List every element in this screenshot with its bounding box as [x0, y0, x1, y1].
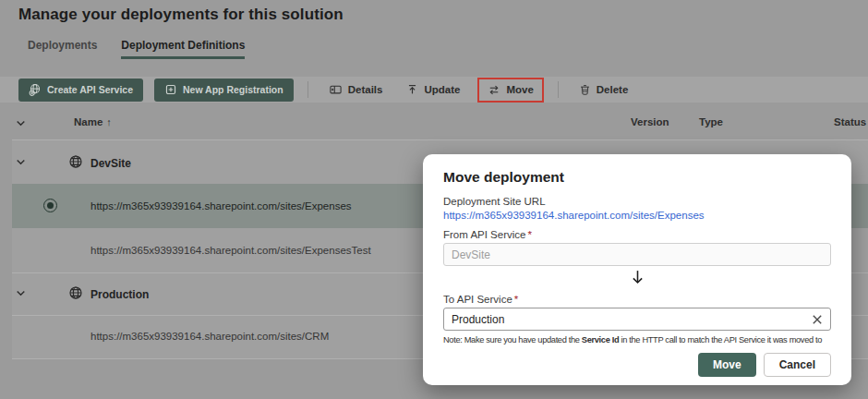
arrow-upload-icon — [406, 83, 418, 96]
manage-deployments-screen: Manage your deployments for this solutio… — [0, 0, 868, 399]
dialog-cancel-button[interactable]: Cancel — [764, 353, 831, 377]
table-header: Name↑ Version Type Status — [0, 109, 868, 139]
dismiss-icon[interactable] — [811, 313, 824, 326]
toolbar: Create API Service New App Registration … — [0, 77, 868, 103]
dialog-actions: Move Cancel — [698, 353, 831, 377]
dialog-note: Note: Make sure you have updated the Ser… — [443, 335, 840, 345]
column-header-type[interactable]: Type — [699, 116, 723, 127]
dialog-title: Move deployment — [443, 169, 564, 186]
details-icon — [329, 83, 343, 96]
arrow-swap-icon — [488, 84, 500, 96]
new-app-registration-label: New App Registration — [183, 84, 283, 95]
new-app-registration-button[interactable]: New App Registration — [154, 79, 294, 102]
site-url-label: Deployment Site URL — [443, 196, 546, 207]
tab-bar: Deployments Deployment Definitions — [28, 39, 245, 59]
app-registration-icon — [164, 83, 177, 96]
update-label: Update — [424, 84, 460, 95]
from-api-service-label: From API Service* — [443, 229, 532, 240]
delete-label: Delete — [597, 84, 629, 95]
delete-button[interactable]: Delete — [573, 79, 635, 102]
chevron-down-icon[interactable] — [15, 287, 27, 299]
dialog-move-button[interactable]: Move — [698, 353, 756, 377]
details-button[interactable]: Details — [322, 79, 390, 102]
collapse-all-chevron-icon[interactable] — [15, 117, 27, 129]
toolbar-divider — [558, 81, 559, 98]
group-name: DevSite — [90, 157, 131, 170]
required-asterisk: * — [514, 294, 518, 305]
to-api-service-label: To API Service* — [443, 294, 518, 305]
deployment-url: https://m365x93939164.sharepoint.com/sit… — [90, 200, 352, 212]
tab-deployments[interactable]: Deployments — [28, 39, 97, 59]
deployment-site-url-link[interactable]: https://m365x93939164.sharepoint.com/sit… — [443, 210, 705, 221]
update-button[interactable]: Update — [400, 79, 466, 102]
deployment-url: https://m365x93939164.sharepoint.com/sit… — [90, 331, 329, 342]
column-header-name[interactable]: Name↑ — [74, 116, 112, 127]
column-header-version[interactable]: Version — [631, 116, 669, 127]
group-name: Production — [90, 288, 149, 301]
create-api-service-button[interactable]: Create API Service — [18, 79, 143, 102]
note-service-id: Service Id — [582, 335, 619, 345]
globe-add-icon — [29, 83, 42, 96]
toolbar-divider — [307, 81, 308, 98]
globe-icon — [68, 154, 83, 169]
globe-icon — [68, 285, 83, 300]
move-direction-arrow-icon — [423, 269, 851, 290]
create-api-service-label: Create API Service — [47, 84, 133, 95]
details-label: Details — [348, 84, 383, 95]
chevron-down-icon[interactable] — [15, 156, 27, 168]
tab-deployment-definitions[interactable]: Deployment Definitions — [121, 39, 245, 59]
column-header-status[interactable]: Status — [834, 116, 866, 127]
page-title: Manage your deployments for this solutio… — [18, 6, 344, 24]
move-button[interactable]: Move — [477, 78, 543, 103]
move-deployment-dialog: Move deployment Deployment Site URL http… — [423, 154, 851, 385]
move-label: Move — [506, 84, 533, 95]
to-api-service-input[interactable] — [443, 308, 831, 331]
from-api-service-input — [443, 243, 831, 266]
radio-selected-icon[interactable] — [43, 199, 57, 212]
required-asterisk: * — [527, 229, 531, 240]
deployment-url: https://m365x93939164.sharepoint.com/sit… — [90, 245, 371, 256]
trash-icon — [579, 83, 591, 96]
sort-ascending-icon: ↑ — [106, 116, 112, 127]
